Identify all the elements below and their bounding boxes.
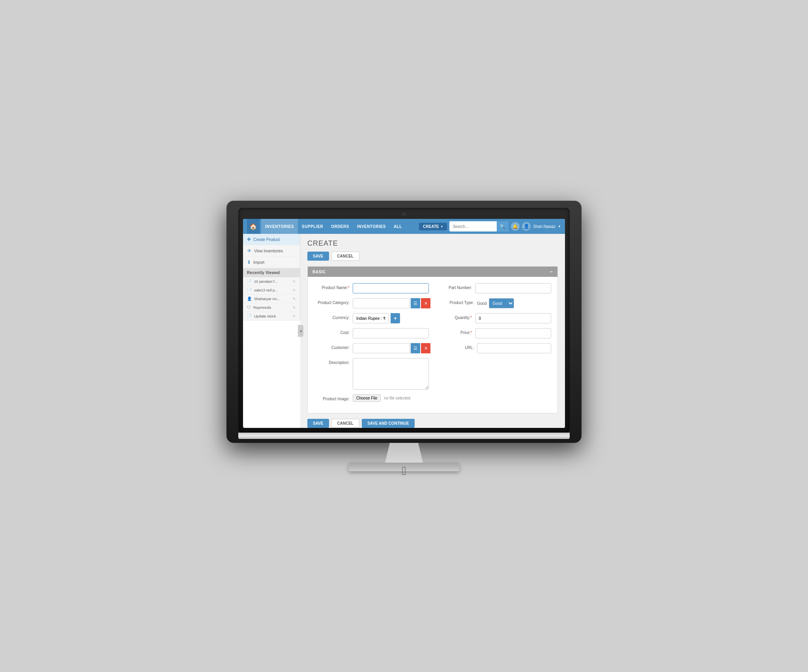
nav-item-inventories-2[interactable]: INVENTORIES xyxy=(353,219,390,234)
price-input[interactable] xyxy=(475,328,552,338)
customer-select-btn[interactable]: ☰ xyxy=(411,343,420,353)
form-col-cost: Cost: xyxy=(314,328,429,338)
customer-input[interactable] xyxy=(353,343,410,353)
create-product-icon: ✚ xyxy=(247,237,251,242)
product-type-area: Good Good Service xyxy=(477,298,551,308)
content-area: CREATE SAVE CANCEL BASIC − xyxy=(300,234,565,428)
form-body: Product Name:* Part Number: xyxy=(308,277,557,413)
currency-label: Currency: xyxy=(314,313,350,320)
recent-item-1-icon: 📄 xyxy=(247,279,252,284)
recent-item-1[interactable]: 📄 10 jamdani f... ✎ xyxy=(243,277,300,286)
no-file-text: no file selected xyxy=(384,396,410,400)
page-title: CREATE xyxy=(307,239,558,248)
product-category-input[interactable] xyxy=(353,298,410,308)
user-dropdown-icon[interactable]: ▼ xyxy=(558,225,561,228)
product-category-select-btn[interactable]: ☰ xyxy=(411,298,420,308)
bell-icon[interactable]: 🔔 xyxy=(511,222,520,231)
recent-item-4-edit[interactable]: ✎ xyxy=(293,306,296,310)
stand-base:  xyxy=(349,463,459,471)
form-row-6: Description: xyxy=(314,358,551,390)
recent-item-2-icon: 📄 xyxy=(247,288,252,292)
top-cancel-button[interactable]: CANCEL xyxy=(331,252,360,261)
monitor-bezel: 🏠 INVENTORIES SUPPLIER ORDERS xyxy=(238,208,570,433)
currency-dropdown-btn[interactable]: ▼ xyxy=(391,313,400,323)
product-image-label: Product Image: xyxy=(314,394,350,401)
sidebar-item-create-product[interactable]: ✚ Create Product xyxy=(243,234,300,245)
recent-item-2-edit[interactable]: ✎ xyxy=(293,288,296,292)
camera-dot xyxy=(402,213,406,216)
search-input[interactable] xyxy=(449,224,497,229)
recent-item-4[interactable]: 🛡 Raymonds ✎ xyxy=(243,303,300,312)
form-col-quantity: Quantity:* xyxy=(437,313,552,323)
nav-item-all[interactable]: ALL xyxy=(390,219,406,234)
product-category-field: ☰ ✕ xyxy=(353,298,430,308)
stand-neck xyxy=(380,443,428,463)
product-name-input[interactable] xyxy=(353,283,429,293)
recent-item-5[interactable]: 📄 Update stock ✎ xyxy=(243,312,300,321)
description-textarea[interactable] xyxy=(353,358,429,390)
nav-item-orders[interactable]: ORDERS xyxy=(327,219,353,234)
form-col-image-empty xyxy=(437,394,552,402)
quantity-label: Quantity:* xyxy=(437,313,472,320)
form-row-5: Customer: ☰ ✕ URL xyxy=(314,343,551,353)
sidebar: ✚ Create Product 👁 View Inventories ⬇ Im… xyxy=(243,234,300,321)
sidebar-item-view-inventories[interactable]: 👁 View Inventories xyxy=(243,245,300,257)
form-col-price: Price:* xyxy=(437,328,552,338)
form-col-part-number: Part Number: xyxy=(437,283,552,293)
recent-item-3[interactable]: 👤 Shaharyar An... ✎ xyxy=(243,295,300,303)
url-input[interactable] xyxy=(477,343,551,353)
product-type-select[interactable]: Good Service xyxy=(489,298,514,308)
product-category-label: Product Category: xyxy=(314,298,350,305)
cost-label: Cost: xyxy=(314,328,350,335)
main-area: ✚ Create Product 👁 View Inventories ⬇ Im… xyxy=(243,234,565,428)
bottom-actions: SAVE CANCEL SAVE AND CONTINUE xyxy=(307,419,558,428)
bottom-save-button[interactable]: SAVE xyxy=(307,419,329,428)
top-save-button[interactable]: SAVE xyxy=(307,252,329,261)
section-collapse-button[interactable]: − xyxy=(550,269,553,274)
quantity-input[interactable] xyxy=(475,313,552,323)
price-label: Price:* xyxy=(437,328,472,335)
currency-field: Indian Rupee : ₹ ▼ xyxy=(353,313,400,323)
product-name-label: Product Name:* xyxy=(314,283,350,290)
home-button[interactable]: 🏠 xyxy=(247,219,260,234)
choose-file-button[interactable]: Choose File xyxy=(353,394,381,402)
recently-viewed-title: Recently Viewed xyxy=(243,268,300,277)
form-col-product-type: Product Type: Good Good Service xyxy=(438,298,551,308)
recent-item-5-edit[interactable]: ✎ xyxy=(293,314,296,318)
url-label: URL: xyxy=(438,343,474,350)
top-actions: SAVE CANCEL xyxy=(307,252,558,261)
cost-input[interactable] xyxy=(353,328,429,338)
recent-item-2[interactable]: 📄 sale13 red p... ✎ xyxy=(243,286,300,295)
form-row-1: Product Name:* Part Number: xyxy=(314,283,551,293)
form-row-4: Cost: Price:* xyxy=(314,328,551,338)
nav-item-inventories-1[interactable]: INVENTORIES xyxy=(261,219,298,234)
recent-item-4-icon: 🛡 xyxy=(247,305,251,310)
sidebar-wrapper: ✚ Create Product 👁 View Inventories ⬇ Im… xyxy=(243,234,300,428)
form-col-url: URL: xyxy=(438,343,551,353)
recent-item-5-icon: 📄 xyxy=(247,314,252,318)
section-header-basic: BASIC − xyxy=(308,267,557,277)
part-number-input[interactable] xyxy=(475,283,552,293)
topbar-nav: INVENTORIES SUPPLIER ORDERS INVENTORIES xyxy=(261,219,419,234)
recent-item-3-edit[interactable]: ✎ xyxy=(293,297,296,301)
currency-display: Indian Rupee : ₹ xyxy=(353,313,389,323)
nav-item-supplier[interactable]: SUPPLIER xyxy=(298,219,327,234)
form-row-2: Product Category: ☰ ✕ xyxy=(314,298,551,308)
create-dropdown-button[interactable]: CREATE xyxy=(419,223,447,230)
customer-clear-btn[interactable]: ✕ xyxy=(421,343,430,353)
home-icon: 🏠 xyxy=(249,223,257,230)
product-category-clear-btn[interactable]: ✕ xyxy=(421,298,430,308)
bottom-save-continue-button[interactable]: SAVE AND CONTINUE xyxy=(362,419,415,428)
basic-section: BASIC − Product Name:* xyxy=(307,266,558,413)
form-col-product-name: Product Name:* xyxy=(314,283,429,293)
user-name: Shah Nawaz xyxy=(533,224,556,229)
sidebar-item-import[interactable]: ⬇ Import xyxy=(243,257,300,268)
monitor-body: 🏠 INVENTORIES SUPPLIER ORDERS xyxy=(226,201,582,443)
recent-item-1-edit[interactable]: ✎ xyxy=(293,280,296,284)
topbar-right: CREATE 🔍 🔔 👤 Shah Nawaz ▼ xyxy=(419,221,561,231)
form-col-empty xyxy=(437,358,552,390)
sidebar-toggle[interactable]: ◀ xyxy=(298,325,303,337)
search-button[interactable]: 🔍 xyxy=(497,221,509,231)
bottom-cancel-button[interactable]: CANCEL xyxy=(331,419,360,428)
customer-field: ☰ ✕ xyxy=(353,343,430,353)
